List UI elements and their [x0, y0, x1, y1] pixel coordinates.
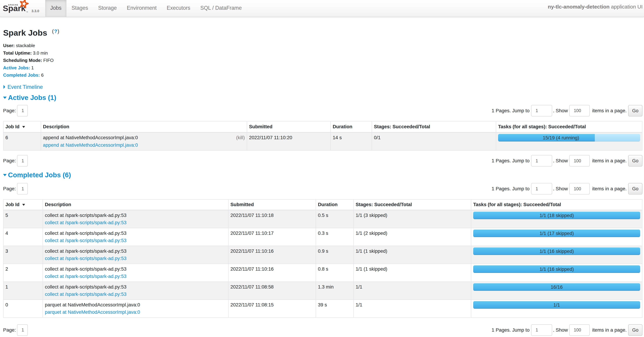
- svg-text:TM: TM: [26, 11, 28, 12]
